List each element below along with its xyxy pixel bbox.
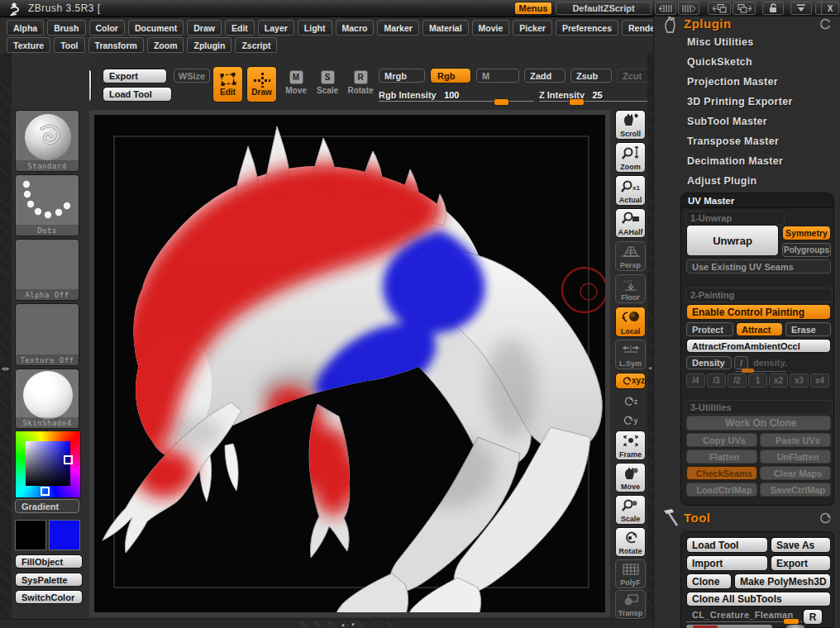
density-step-half[interactable]: /2 — [728, 373, 747, 388]
menu-brush[interactable]: Brush — [47, 20, 85, 36]
zplugin-item-subtool-master[interactable]: SubTool Master — [687, 116, 767, 127]
clear-maps-button[interactable]: Clear Maps — [760, 466, 831, 480]
move-3d-button[interactable]: Move — [615, 463, 646, 492]
tool-thumbnail-blob-partial[interactable] — [786, 625, 804, 628]
menu-texture[interactable]: Texture — [7, 37, 50, 53]
left-divider-arrows-icon[interactable]: ◀▶ — [0, 360, 12, 375]
tool-import-button[interactable]: Import — [686, 555, 768, 571]
dock-right-icon[interactable] — [733, 2, 756, 15]
right-panel-divider[interactable]: ◀ — [647, 53, 653, 628]
tool-clone-button[interactable]: Clone — [686, 573, 732, 589]
tool-export-button[interactable]: Export — [771, 555, 831, 571]
zoom-button[interactable]: Zoom — [615, 142, 646, 173]
clone-all-subtools-button[interactable]: Clone All SubTools — [686, 592, 831, 607]
density-slider-handle[interactable] — [742, 369, 754, 373]
polyf-button[interactable]: PolyF — [615, 559, 646, 588]
erase-button[interactable]: Erase — [785, 322, 831, 336]
menu-picker[interactable]: Picker — [513, 20, 552, 36]
scroll-button[interactable]: Scroll — [615, 110, 646, 140]
hscrollbar-thumb[interactable]: ▲ ▼ — [294, 621, 403, 627]
move-button[interactable]: M Move — [282, 70, 310, 95]
density-slider-label[interactable]: density. — [753, 358, 787, 368]
menu-draw[interactable]: Draw — [187, 20, 222, 36]
zplugin-item-projection-master[interactable]: Projection Master — [687, 76, 778, 88]
lsym-button[interactable]: L.Sym — [615, 340, 646, 369]
rgb-intensity-track[interactable] — [379, 101, 534, 102]
color-picker-cursor[interactable] — [64, 455, 73, 464]
zplugin-item-misc-utilities[interactable]: Misc Utilities — [687, 36, 754, 48]
uv-master-title[interactable]: UV Master — [681, 193, 833, 208]
mrgb-button[interactable]: Mrgb — [379, 69, 425, 83]
load-tool-button[interactable]: Load Tool — [103, 87, 172, 102]
density-step-quarter[interactable]: /4 — [686, 373, 705, 388]
default-zscript-button[interactable]: DefaultZScript — [556, 2, 651, 15]
menu-zoom[interactable]: Zoom — [147, 37, 184, 53]
tool-cycle-icon[interactable] — [819, 512, 832, 525]
attract-button[interactable]: Attract — [736, 322, 783, 336]
attract-from-ambient-occl-button[interactable]: AttractFromAmbientOccl — [686, 339, 831, 353]
protect-button[interactable]: Protect — [686, 322, 733, 336]
current-brush-tile[interactable]: Standard — [15, 110, 79, 172]
menu-zscript[interactable]: Zscript — [235, 37, 277, 53]
zadd-button[interactable]: Zadd — [524, 69, 566, 83]
active-tool-name[interactable]: CL_Creature_Fleaman_ — [692, 610, 799, 620]
color-picker[interactable] — [15, 431, 81, 498]
copy-uvs-button[interactable]: Copy UVs — [686, 433, 757, 447]
material-tile[interactable]: SkinShade4 — [15, 369, 79, 429]
menu-material[interactable]: Material — [422, 20, 469, 36]
menu-light[interactable]: Light — [298, 20, 332, 36]
lock-icon[interactable] — [762, 2, 784, 15]
zplugin-item-decimation-master[interactable]: Decimation Master — [687, 155, 783, 167]
frame-button[interactable]: Frame — [615, 431, 646, 460]
alpha-tile[interactable]: Alpha Off — [15, 239, 79, 301]
menu-movie[interactable]: Movie — [472, 20, 510, 36]
flatten-button[interactable]: Flatten — [686, 450, 757, 464]
fill-object-button[interactable]: FillObject — [15, 554, 83, 569]
zplugin-item-adjust-plugin[interactable]: Adjust Plugin — [687, 175, 756, 187]
tool-load-button[interactable]: Load Tool — [686, 537, 768, 553]
rgb-intensity-handle[interactable] — [494, 98, 509, 106]
zplugin-header[interactable]: Zplugin — [684, 17, 732, 31]
menu-marker[interactable]: Marker — [377, 20, 418, 36]
menu-color[interactable]: Color — [89, 20, 125, 36]
density-step-third[interactable]: /3 — [707, 373, 726, 388]
rotate-y-button[interactable]: y — [618, 413, 643, 428]
zsub-button[interactable]: Zsub — [570, 69, 612, 83]
menu-layer[interactable]: Layer — [258, 20, 294, 36]
wsize-button[interactable]: WSize — [174, 69, 210, 83]
tool-header[interactable]: Tool — [684, 511, 711, 525]
work-on-clone-button[interactable]: Work On Clone — [686, 416, 831, 431]
density-step-x4[interactable]: x4 — [810, 373, 829, 388]
sys-palette-button[interactable]: SysPalette — [15, 573, 83, 587]
menus-button[interactable]: Menus — [514, 2, 552, 15]
minimize-icon[interactable] — [790, 2, 812, 15]
menu-edit[interactable]: Edit — [225, 20, 255, 36]
m-button[interactable]: M — [476, 69, 519, 83]
close-button[interactable]: X — [821, 2, 839, 15]
tool-thumbnail-partial[interactable] — [686, 625, 772, 628]
zplugin-cycle-icon[interactable] — [819, 18, 832, 31]
z-intensity-handle[interactable] — [569, 98, 585, 106]
zplugin-item-transpose-master[interactable]: Transpose Master — [687, 136, 779, 147]
menu-transform[interactable]: Transform — [88, 37, 144, 53]
gradient-button[interactable]: Gradient — [15, 499, 79, 513]
rotate-button[interactable]: R Rotate — [345, 70, 376, 95]
paste-uvs-button[interactable]: Paste UVs — [760, 433, 831, 447]
stroke-type-tile[interactable]: Dots — [15, 174, 79, 236]
persp-button[interactable]: Persp — [615, 241, 646, 271]
shrink-left-icon[interactable] — [655, 2, 676, 15]
floor-button[interactable]: x y z Floor — [615, 274, 646, 303]
canvas-viewport[interactable] — [94, 115, 605, 612]
transp-button[interactable]: Transp — [615, 590, 646, 619]
unwrap-button[interactable]: Unwrap — [686, 225, 779, 256]
switch-color-button[interactable]: SwitchColor — [15, 590, 83, 604]
aahalf-button[interactable]: AAHalf — [615, 208, 646, 238]
dock-left-icon[interactable] — [708, 2, 731, 15]
tool-save-as-button[interactable]: Save As — [771, 537, 831, 553]
density-button[interactable]: Density — [686, 356, 732, 369]
save-ctrl-map-button[interactable]: SaveCtrlMap — [760, 483, 831, 497]
load-ctrl-map-button[interactable]: LoadCtrlMap — [686, 483, 757, 497]
z-intensity-track[interactable] — [539, 101, 648, 102]
tool-slider-handle[interactable] — [783, 618, 799, 625]
tool-r-button[interactable]: R — [803, 609, 823, 625]
